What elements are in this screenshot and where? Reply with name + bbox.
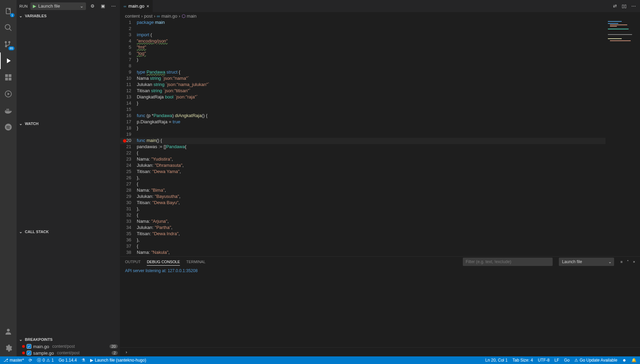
scm-badge: 85 [8,46,15,50]
go-file-icon: ∞ [124,4,126,8]
breadcrumb[interactable]: content › post › ∞ main.go › ⬡ main [120,12,640,20]
debug-console-output: API server listening at: 127.0.0.1:35208 [120,267,640,347]
editor-group: ∞ main.go × ⇄ ▯▯ ⋯ content › post › ∞ ma… [120,0,640,356]
go-update[interactable]: ⚠ Go Update Available [574,358,617,363]
debug-icon[interactable] [0,52,17,69]
bottom-panel: OUTPUT DEBUG CONSOLE TERMINAL Launch fil… [120,256,640,356]
notifications-icon[interactable]: 🔔 [631,358,637,363]
docker-icon[interactable] [0,102,17,119]
chevron-down-icon: ⌄ [80,3,84,9]
filter-input[interactable] [463,258,553,266]
run-label: RUN [19,4,28,8]
test-icon[interactable] [0,86,17,102]
feedback-icon[interactable]: ☻ [622,358,627,363]
extensions-icon[interactable] [0,69,17,86]
breakpoint-checkbox[interactable]: ✓ [27,344,31,349]
breakpoint-file: main.go [33,344,49,349]
breakpoint-row[interactable]: ✓ main.go content/post 20 [17,343,120,350]
go-file-icon: ∞ [157,13,160,19]
debug-target[interactable]: ▶ Launch file (santekno-hugo) [90,358,146,363]
variables-label: VARIABLES [25,14,47,18]
scm-icon[interactable]: 85 [0,36,17,52]
debug-console-icon[interactable]: ▣ [99,3,107,9]
chevron-down-icon: ⌄ [18,13,23,18]
close-icon[interactable]: × [146,3,149,9]
encoding-status[interactable]: UTF-8 [538,358,550,363]
breadcrumb-segment[interactable]: main [187,13,197,19]
search-icon[interactable] [0,19,17,36]
breakpoints-section-header[interactable]: ⌄ BREAKPOINTS [17,336,120,343]
code-editor[interactable]: 1package main23import (4 "encoding/json"… [120,20,605,256]
variables-section-header[interactable]: ⌄ VARIABLES [17,12,120,20]
breakpoint-line: 20 [109,344,118,348]
debug-console-tab[interactable]: DEBUG CONSOLE [147,258,180,266]
breakpoint-file: sample.go [33,351,54,356]
clear-icon[interactable]: ≡ [620,260,622,264]
minimap[interactable] [605,20,640,256]
explorer-icon[interactable]: 1 [0,3,17,19]
callstack-section-header[interactable]: ⌄ CALL STACK [17,228,120,236]
settings-gear-icon[interactable] [0,340,17,356]
breakpoints-label: BREAKPOINTS [25,337,52,342]
more-icon[interactable]: ⋯ [631,3,636,9]
repl-input[interactable]: › [120,347,640,356]
breakpoint-dot-icon [22,352,25,354]
chevron-down-icon: ⌄ [18,121,23,126]
breakpoint-dot-icon [22,345,25,348]
breakpoint-path: content/post [52,344,75,349]
chevron-down-icon: ⌄ [18,337,23,342]
play-icon: ▶ [33,3,36,9]
breadcrumb-segment[interactable]: post [144,13,153,19]
output-tab[interactable]: OUTPUT [125,258,141,265]
analysis-icon[interactable]: ⚗ [82,358,85,363]
explorer-badge: 1 [10,13,15,17]
editor-tabs: ∞ main.go × ⇄ ▯▯ ⋯ [120,0,640,12]
tab-main-go[interactable]: ∞ main.go × [120,0,153,12]
breadcrumb-segment[interactable]: main.go [161,13,177,19]
cursor-position[interactable]: Ln 20, Col 1 [485,358,508,363]
launch-config-name: Launch file [38,3,60,9]
account-icon[interactable] [0,323,17,340]
breadcrumb-segment[interactable]: content [125,13,140,19]
go-version[interactable]: Go 1.14.4 [59,358,77,363]
gear-icon[interactable]: ⚙ [89,3,96,9]
tab-label: main.go [128,3,144,9]
eol-status[interactable]: LF [554,358,559,363]
chevron-down-icon: ⌄ [18,229,23,234]
breakpoint-line: 2 [112,351,118,355]
split-editor-icon[interactable]: ▯▯ [622,3,627,9]
activity-bar: 1 85 [0,0,17,356]
indent-status[interactable]: Tab Size: 4 [513,358,533,363]
breakpoint-row[interactable]: ✓ sample.go content/post 2 [17,350,120,356]
symbol-icon: ⬡ [182,13,185,19]
breakpoint-checkbox[interactable]: ✓ [27,351,31,355]
breakpoint-path: content/post [57,351,79,355]
collapse-icon[interactable]: ˄ [627,260,629,264]
watch-label: WATCH [25,122,39,126]
language-mode[interactable]: Go [564,358,570,363]
run-sidebar: RUN ▶ Launch file ⌄ ⚙ ▣ ⋯ ⌄ VARIABLES ⌄ … [17,0,120,356]
svg-point-2 [7,329,10,332]
callstack-label: CALL STACK [25,230,49,234]
status-bar: ⎇ master* ⟳ ⓧ 0 ⚠ 1 Go 1.14.4 ⚗ ▶ Launch… [0,356,640,364]
debug-session-dropdown[interactable]: Launch file [559,258,614,266]
problems-status[interactable]: ⓧ 0 ⚠ 1 [37,357,54,363]
compare-icon[interactable]: ⇄ [613,3,617,9]
watch-section-header[interactable]: ⌄ WATCH [17,120,120,127]
close-panel-icon[interactable]: × [633,260,635,264]
launch-config-dropdown[interactable]: ▶ Launch file ⌄ [30,2,86,10]
branch-status[interactable]: ⎇ master* [3,358,24,363]
terminal-tab[interactable]: TERMINAL [186,258,206,265]
spotify-icon[interactable] [0,119,17,135]
sync-icon[interactable]: ⟳ [29,358,32,363]
more-icon[interactable]: ⋯ [109,3,117,9]
